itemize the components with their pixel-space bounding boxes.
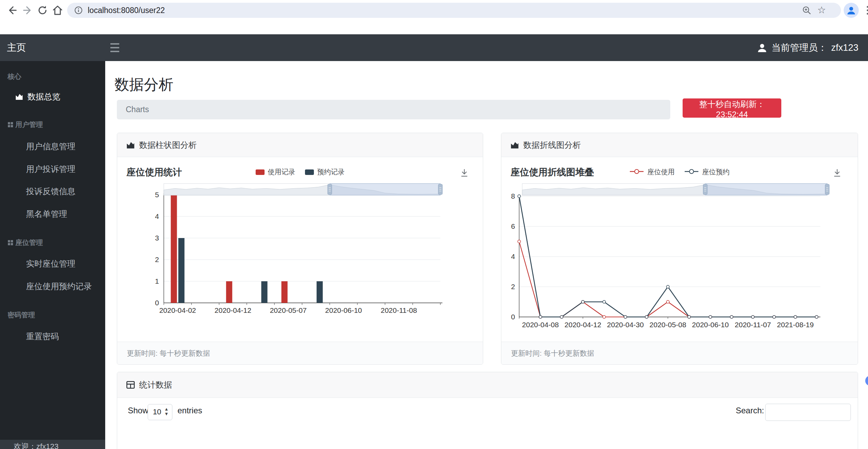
svg-text:4: 4 [511,252,515,260]
svg-text:1: 1 [155,277,159,285]
profile-avatar[interactable] [844,3,859,18]
sidebar-item-blacklist[interactable]: 黑名单管理 [26,209,67,220]
line-chart-canvas[interactable]: 024682020-04-082020-04-122020-04-302020-… [501,157,858,342]
svg-text:2020-05-07: 2020-05-07 [270,306,306,314]
browser-toolbar: localhost:8080/user22 ☆ [0,0,868,21]
stats-table-card: 统计数据 Show 10 ▲▼ entries Search: # ↑↓ 统计数… [117,372,858,449]
url-bar[interactable]: localhost:8080/user22 ☆ [67,3,841,18]
bookmarks-bar: 【码神之路】项目... Day02-09-员工分... 所有书签 [0,21,868,35]
svg-text:2020-04-30: 2020-04-30 [607,321,644,329]
svg-text:2021-08-19: 2021-08-19 [777,321,814,329]
page: localhost:8080/user22 ☆ 【码神之路】项目... Day0… [0,0,868,449]
breadcrumb-item: Charts [126,105,149,114]
bookmark-star-icon[interactable]: ☆ [817,5,826,15]
svg-text:0: 0 [511,313,515,321]
select-stepper-icon: ▲▼ [164,407,169,416]
line-card-footer: 更新时间: 每十秒更新数据 [501,342,858,364]
browser-menu-icon[interactable] [861,4,868,16]
table-card-header: 统计数据 [117,372,858,398]
svg-text:2020-04-08: 2020-04-08 [522,321,559,329]
admin-label: 当前管理员： [771,42,827,54]
reload-icon[interactable] [36,4,49,16]
sidebar-item-user-complaints[interactable]: 用户投诉管理 [26,164,75,175]
svg-text:6: 6 [511,222,515,230]
forward-icon[interactable] [21,4,34,16]
sidebar-item-reset-password[interactable]: 重置密码 [26,331,59,342]
svg-text:5: 5 [155,191,159,199]
grid-icon [8,240,13,246]
bar-chart-canvas[interactable]: 0123452020-04-022020-04-122020-05-072020… [117,157,483,342]
sidebar-item-realtime-seats[interactable]: 实时座位管理 [26,258,75,269]
page-size-value: 10 [153,407,161,416]
floating-action-button[interactable] [865,376,868,386]
brand-title[interactable]: 主页 [7,34,105,61]
sidebar-item-seat-reservation-records[interactable]: 座位使用预约记录 [26,281,92,292]
search-input[interactable] [765,404,851,421]
svg-text:3: 3 [155,234,159,242]
svg-text:2020-04-12: 2020-04-12 [564,321,601,329]
sidebar-item-complaint-feedback[interactable]: 投诉反馈信息 [26,186,75,197]
sidebar-section-seats: 座位管理 [8,238,43,247]
bar-card-footer: 更新时间: 每十秒更新数据 [117,342,483,364]
svg-text:8: 8 [511,192,515,200]
svg-text:2020-04-02: 2020-04-02 [159,306,196,314]
user-icon [757,43,767,53]
sidebar-section-core: 核心 [8,72,21,81]
line-chart-card: 数据折线图分析 座位使用折线图堆叠 座位使用 座位预约 024682020-04… [501,133,858,365]
admin-info: 当前管理员： zfx123 [757,34,858,61]
sidebar-toggle-icon[interactable] [110,43,120,52]
svg-text:2020-06-10: 2020-06-10 [692,321,729,329]
app-header: 主页 当前管理员： zfx123 [0,34,868,61]
chart-area-icon [15,93,23,101]
sidebar-item-user-info[interactable]: 用户信息管理 [26,141,75,152]
show-label: Show [128,406,148,415]
svg-text:2: 2 [155,256,159,263]
chart-area-icon [126,141,135,150]
url-text[interactable]: localhost:8080/user22 [88,6,165,15]
search-label: Search: [736,406,764,415]
svg-text:2020-11-08: 2020-11-08 [381,306,417,314]
home-icon[interactable] [51,4,64,16]
admin-name: zfx123 [831,43,858,53]
page-title: 数据分析 [114,75,173,95]
sidebar: 核心 数据总览 用户管理 用户信息管理 用户投诉管理 投诉反馈信息 黑名单管理 … [0,61,105,449]
bar-card-header: 数据柱状图分析 [117,133,483,157]
chart-area-icon [510,141,519,150]
sidebar-section-users: 用户管理 [8,120,43,129]
table-card-body: Show 10 ▲▼ entries Search: # ↑↓ 统计数据日期 ↑… [117,398,858,449]
table-icon [126,380,135,389]
bar-chart-body: 座位使用统计 使用记录 预约记录 0123452020-04-022020-04… [117,157,483,343]
sidebar-section-password: 密码管理 [8,310,35,320]
svg-text:2020-05-08: 2020-05-08 [649,321,686,329]
bar-chart-card: 数据柱状图分析 座位使用统计 使用记录 预约记录 0123452020-04-0… [117,133,483,365]
site-info-icon[interactable] [74,6,83,15]
breadcrumb: Charts [117,100,670,119]
svg-text:2: 2 [511,283,515,291]
svg-text:2020-06-10: 2020-06-10 [325,306,362,314]
svg-text:0: 0 [155,299,159,307]
grid-icon [8,122,13,128]
zoom-icon[interactable] [802,5,811,15]
line-card-header: 数据折线图分析 [501,133,858,157]
sidebar-footer: 欢迎：zfx123 [0,440,105,449]
svg-text:2020-04-12: 2020-04-12 [215,306,251,314]
entries-label: entries [178,406,202,415]
line-chart-body: 座位使用折线图堆叠 座位使用 座位预约 024682020-04-082020-… [501,157,858,343]
page-size-select[interactable]: 10 ▲▼ [148,404,172,420]
back-icon[interactable] [6,4,19,16]
svg-text:2020-11-07: 2020-11-07 [735,321,771,329]
svg-text:4: 4 [155,212,159,220]
sidebar-item-data-overview[interactable]: 数据总览 [15,91,60,102]
auto-refresh-button[interactable]: 整十秒自动刷新：23:52:44 [683,98,781,118]
